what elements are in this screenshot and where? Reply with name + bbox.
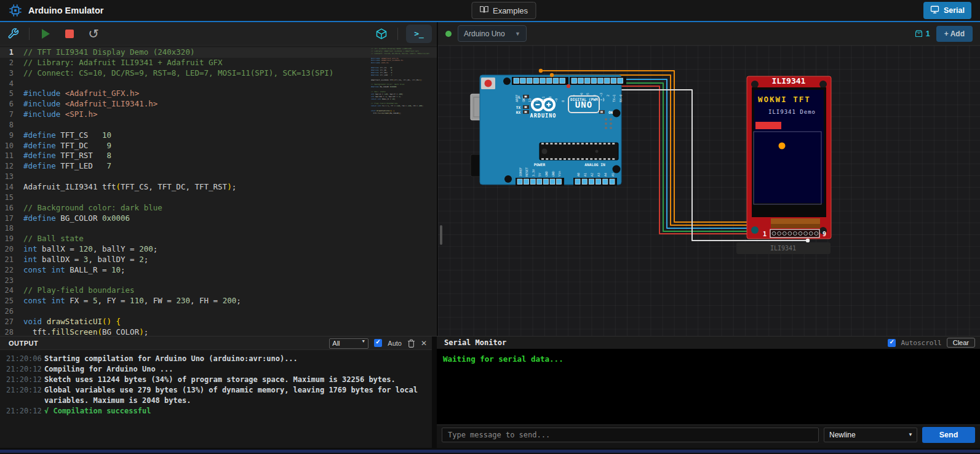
code-line[interactable]: 28 tft.fillScreen(BG_COLOR);: [0, 327, 437, 336]
line-ending-select[interactable]: Newline: [824, 428, 917, 442]
app-title: Arduino Emulator: [28, 6, 103, 15]
examples-button[interactable]: Examples: [471, 2, 536, 19]
tft-pin-5[interactable]: [793, 232, 797, 236]
minimap[interactable]: // TFT ILI9341 Display Demo (240x320)// …: [371, 48, 429, 115]
pin-digital-AREF[interactable]: [514, 78, 519, 84]
pin-digital-12[interactable]: [533, 78, 539, 84]
clear-output-trash-button[interactable]: [407, 339, 415, 348]
tft-pin-4[interactable]: [788, 232, 792, 236]
code-line[interactable]: 14Adafruit_ILI9341 tft(TFT_CS, TFT_DC, T…: [0, 182, 437, 193]
log-entry: 21:20:12Sketch uses 11244 bytes (34%) of…: [0, 375, 432, 385]
pin-power-3.3V-2[interactable]: [530, 179, 535, 185]
clear-serial-button[interactable]: Clear: [947, 338, 975, 348]
run-button[interactable]: [38, 26, 54, 42]
pin-analog-A3[interactable]: [596, 179, 601, 185]
stop-button[interactable]: [62, 26, 78, 42]
tft-pin-6[interactable]: [799, 232, 802, 236]
serial-button[interactable]: Serial: [923, 2, 971, 19]
auto-checkbox[interactable]: [374, 339, 382, 347]
pin-digital-~10[interactable]: [547, 78, 552, 84]
code-line[interactable]: 20int ballX = 120, ballY = 200;: [0, 244, 437, 255]
pin-power-GND-4[interactable]: [543, 179, 548, 185]
add-part-button[interactable]: + Add: [936, 26, 973, 42]
pin-power-IOREF-0[interactable]: [517, 179, 522, 185]
code-line[interactable]: 9#define TFT_CS 10: [0, 130, 437, 141]
diagram-canvas[interactable]: AREFGND1312~11~10~987~6~54~32TX→1RX←0IOR…: [438, 46, 980, 336]
pin-digital-~3[interactable]: [598, 78, 604, 84]
pin-digital-8[interactable]: [560, 78, 565, 84]
wire-endpoint[interactable]: [539, 69, 543, 73]
pin-digital-~9[interactable]: [553, 78, 559, 84]
pin-analog-A5[interactable]: [610, 179, 615, 185]
tft-pin-9[interactable]: [815, 232, 818, 236]
restart-button[interactable]: ↺: [86, 26, 102, 42]
code-line[interactable]: 8: [0, 120, 437, 130]
pin-digital-4[interactable]: [591, 78, 597, 84]
close-output-button[interactable]: ✕: [421, 339, 427, 348]
code-line[interactable]: 16// Background color: dark blue: [0, 203, 437, 213]
tft-pin-3[interactable]: [783, 232, 786, 236]
pin-label: A1: [583, 173, 587, 177]
pin-digital-TX→1[interactable]: [611, 78, 616, 84]
cube-icon: [375, 28, 388, 40]
terminal-toggle-button[interactable]: >_: [406, 25, 432, 43]
pin-analog-A4[interactable]: [603, 179, 608, 185]
pin-digital-~6[interactable]: [578, 78, 584, 84]
pin-power-5V-3[interactable]: [537, 179, 542, 185]
code-line[interactable]: 19// Ball state: [0, 234, 437, 244]
pin-digital-GND[interactable]: [520, 78, 526, 84]
arduino-uno-board[interactable]: AREFGND1312~11~10~987~6~54~32TX→1RX←0IOR…: [471, 75, 626, 186]
main-area: ↺ >_ 1// TFT ILI9341 Display Demo (240x3…: [0, 22, 980, 336]
send-button[interactable]: Send: [922, 427, 975, 443]
code-line[interactable]: 13: [0, 172, 437, 182]
pin-analog-A1[interactable]: [582, 179, 587, 185]
code-line[interactable]: 11#define TFT_RST 8: [0, 151, 437, 161]
tft-pin-2[interactable]: [778, 232, 781, 236]
on-label: ON: [608, 110, 613, 114]
canvas-scrollbar-thumb[interactable]: [440, 225, 442, 245]
code-line[interactable]: 17#define BG_COLOR 0x0006: [0, 213, 437, 224]
editor-toolbar: ↺ >_: [0, 22, 437, 46]
serial-message-input[interactable]: [442, 428, 819, 442]
code-line[interactable]: 15: [0, 193, 437, 203]
reset-button[interactable]: [485, 80, 492, 87]
code-line[interactable]: 27void drawStaticUI() {: [0, 317, 437, 327]
pin-digital-7[interactable]: [572, 78, 577, 84]
ili9341-tft-board[interactable]: ILI9341 WOKWI TFT ILI9341 Demo 1 9: [747, 76, 831, 239]
pin-digital-~11[interactable]: [540, 78, 546, 84]
pin-analog-A2[interactable]: [589, 179, 594, 185]
tft-pin-8[interactable]: [809, 232, 813, 236]
output-filter-select[interactable]: All: [329, 338, 368, 349]
tft-score-bar: [755, 122, 781, 129]
view-3d-button[interactable]: [373, 26, 389, 42]
code-line[interactable]: 23: [0, 276, 437, 286]
code-line[interactable]: 24// Play-field boundaries: [0, 285, 437, 296]
pin-digital-13[interactable]: [527, 78, 532, 84]
pin-analog-A0[interactable]: [575, 179, 580, 185]
app-topbar: Arduino Emulator Examples Serial: [0, 0, 980, 22]
pin-digital-~5[interactable]: [584, 78, 590, 84]
code-line[interactable]: 26: [0, 306, 437, 317]
wire-endpoint[interactable]: [806, 239, 810, 242]
pin-digital-RX←0[interactable]: [618, 78, 623, 84]
autoscroll-checkbox[interactable]: [888, 339, 896, 347]
board-select-dropdown[interactable]: Arduino Uno ▼: [458, 25, 527, 42]
code-line[interactable]: 21int ballDX = 3, ballDY = 2;: [0, 255, 437, 265]
pin-power-GND-5[interactable]: [550, 179, 555, 185]
wire-endpoint[interactable]: [550, 73, 554, 77]
wire-endpoint[interactable]: [567, 84, 570, 88]
pin-label: A2: [590, 173, 594, 177]
pin-power-RESET-1[interactable]: [524, 179, 529, 185]
tft-pin-7[interactable]: [804, 232, 808, 236]
tft-pin-1[interactable]: [772, 232, 776, 236]
code-line[interactable]: 22const int BALL_R = 10;: [0, 265, 437, 276]
code-line[interactable]: 18: [0, 223, 437, 234]
settings-wrench-button[interactable]: [5, 26, 21, 42]
pin-power-Vin-6[interactable]: [557, 179, 562, 185]
code-line[interactable]: 12#define TFT_LED 7: [0, 161, 437, 172]
led-rx-label: RX: [516, 110, 521, 114]
code-line[interactable]: 10#define TFT_DC 9: [0, 141, 437, 151]
pin-digital-2[interactable]: [605, 78, 610, 84]
code-editor[interactable]: 1// TFT ILI9341 Display Demo (240x320)2/…: [0, 46, 437, 336]
code-line[interactable]: 25const int FX = 5, FY = 110, FW = 230, …: [0, 296, 437, 306]
